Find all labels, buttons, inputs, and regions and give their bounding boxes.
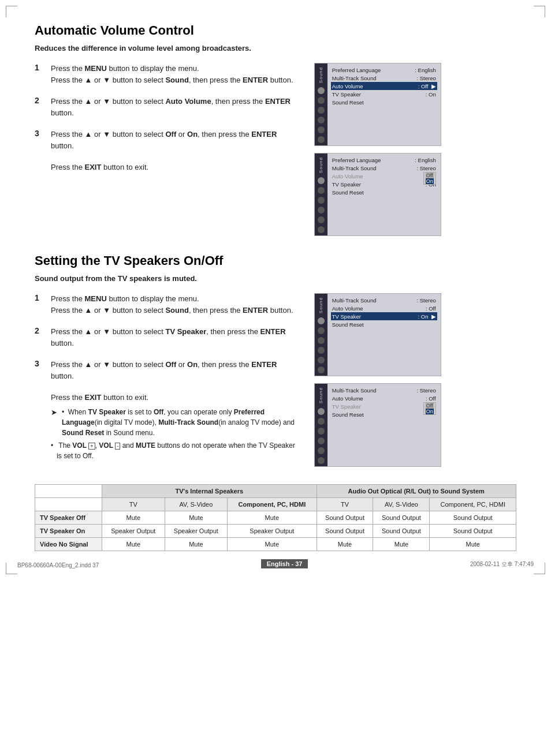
table-cell-ns-tv: Mute	[102, 537, 165, 551]
tv-sidebar-icon-3c	[318, 337, 325, 344]
tvsp-note-arrow: ➤ • When TV Speaker is set to Off, you c…	[51, 407, 300, 438]
tv-speaker-screens-col: Sound Multi-Track Sound: Stereo	[314, 293, 516, 466]
table-row-header-off: TV Speaker Off	[35, 511, 102, 524]
avc-title: Automatic Volume Control	[35, 23, 516, 38]
table-cell-on-av: Speaker Output	[165, 524, 228, 537]
tv-speaker-content-row: 1 Press the MENU button to display the m…	[35, 293, 516, 466]
tv-row-pref-lang: Preferred Language: English	[331, 66, 437, 74]
tv-speaker-steps-col: 1 Press the MENU button to display the m…	[35, 293, 300, 461]
tv-sidebar-icon-2c	[318, 197, 325, 204]
tv-sidebar-2: Sound	[315, 154, 327, 235]
tv-sidebar-icon-2f	[318, 226, 325, 233]
tv-sidebar-4: Sound	[315, 384, 327, 466]
avc-step1-num: 1	[35, 63, 44, 85]
table-sub-comp1: Component, PC, HDMI	[228, 497, 317, 511]
tv-sidebar-icon-2d	[318, 207, 325, 214]
table-cell-off-av2: Sound Output	[373, 511, 430, 524]
tv4-row-sound-reset: Sound Reset	[331, 410, 437, 418]
tv-sidebar-icon-1d	[318, 117, 325, 123]
avc-section: Automatic Volume Control Reduces the dif…	[35, 23, 516, 236]
page-badge: English - 37	[261, 559, 308, 568]
tv-sidebar-1: Sound	[315, 63, 327, 145]
tv-row-multi-track: Multi-Track Sound: Stereo	[331, 74, 437, 82]
table-sub-empty	[35, 497, 102, 511]
table-row-on: TV Speaker On Speaker Output Speaker Out…	[35, 524, 516, 537]
tv-speaker-subtitle: Sound output from the TV speakers is mut…	[35, 274, 516, 283]
tv-sidebar-icon-4b	[318, 418, 325, 425]
tv-sidebar-icon-1c	[318, 107, 325, 114]
tvsp-screen-2: Sound Multi-Track Sound: Stereo	[314, 383, 441, 466]
tv-sidebar-icon-1e	[318, 126, 325, 133]
tv-content-1: Preferred Language: English Multi-Track …	[327, 63, 441, 145]
corner-mark-tl	[6, 6, 17, 17]
bullet-symbol: •	[51, 440, 53, 461]
table-cell-off-comp2: Sound Output	[430, 511, 516, 524]
tv3-row-sound-reset: Sound Reset	[331, 320, 437, 328]
tv-sidebar-icon-4c	[318, 428, 325, 435]
table-cell-off-av: Mute	[165, 511, 228, 524]
avc-step1-text: Press the MENU button to display the men…	[51, 63, 293, 85]
tv-sidebar-label-4: Sound	[318, 386, 323, 405]
tvsp-note-arrow-text: • When TV Speaker is set to Off, you can…	[62, 407, 300, 438]
table-sub-tv1: TV	[102, 497, 165, 511]
table-sub-tv2: TV	[317, 497, 373, 511]
table-row-off: TV Speaker Off Mute Mute Mute Sound Outp…	[35, 511, 516, 524]
avc-content-row: 1 Press the MENU button to display the m…	[35, 63, 516, 236]
table-cell-off-comp: Mute	[228, 511, 317, 524]
table-row-nosignal: Video No Signal Mute Mute Mute Mute Mute…	[35, 537, 516, 551]
tvsp-bullet-text: The VOL +, VOL - and MUTE buttons do not…	[57, 440, 299, 461]
tv-row-auto-volume: Auto Volume: Off ▶	[331, 82, 437, 90]
table-cell-ns-av2: Mute	[373, 537, 430, 551]
tv-sidebar-icon-1b	[318, 97, 325, 104]
tv-speaker-section: Setting the TV Speakers On/Off Sound out…	[35, 253, 516, 466]
tv-sidebar-3: Sound	[315, 294, 327, 376]
table-audio-out-header: Audio Out Optical (R/L Out) to Sound Sys…	[317, 484, 516, 497]
avc-step2-num: 2	[35, 96, 44, 118]
table-cell-on-comp2: Sound Output	[430, 524, 516, 537]
corner-mark-tr	[534, 6, 545, 17]
tv-speaker-title: Setting the TV Speakers On/Off	[35, 253, 516, 268]
tvsp-step1-text: Press the MENU button to display the men…	[51, 293, 293, 316]
tv4-row-multi-track: Multi-Track Sound: Stereo	[331, 386, 437, 394]
tv-row-tv-speaker: TV Speaker: On	[331, 90, 437, 98]
avc-step-1: 1 Press the MENU button to display the m…	[35, 63, 300, 85]
tv-row-sound-reset: Sound Reset	[331, 98, 437, 106]
tvsp-step-1: 1 Press the MENU button to display the m…	[35, 293, 300, 316]
tvsp-step3-text: Press the ▲ or ▼ button to select Off or…	[51, 359, 300, 381]
avc-step3-text: Press the ▲ or ▼ button to select Off or…	[51, 129, 300, 151]
table-row-header-on: TV Speaker On	[35, 524, 102, 537]
tv4-row-tv-speaker: TV Speaker Off On	[331, 402, 437, 410]
speaker-table: TV's Internal Speakers Audio Out Optical…	[35, 484, 516, 551]
tvsp-step1-num: 1	[35, 293, 44, 316]
tv-sidebar-icon-2b	[318, 187, 325, 194]
avc-screen-2: Sound Preferred Language: English	[314, 153, 441, 236]
avc-screen-1: Sound Preferred Language: English	[314, 63, 441, 146]
tv3-row-multi-track: Multi-Track Sound: Stereo	[331, 296, 437, 304]
tvsp-step2-text: Press the ▲ or ▼ button to select TV Spe…	[51, 326, 300, 349]
tv-sidebar-label-2: Sound	[318, 156, 323, 174]
tvsp-screen-1: Sound Multi-Track Sound: Stereo	[314, 293, 441, 376]
avc-step3-note: Press the EXIT button to exit.	[51, 162, 300, 173]
table-cell-on-tv: Speaker Output	[102, 524, 165, 537]
avc-subtitle: Reduces the difference in volume level a…	[35, 44, 516, 53]
tv-sidebar-icon-1a	[318, 87, 325, 94]
tvsp-step3-note: Press the EXIT button to exit. ➤ • When …	[51, 392, 300, 461]
arrow-symbol: ➤	[51, 407, 57, 438]
table-cell-ns-comp2: Mute	[430, 537, 516, 551]
tvsp-step-2: 2 Press the ▲ or ▼ button to select TV S…	[35, 326, 300, 349]
tv4-row-auto-vol: Auto Volume: Off	[331, 394, 437, 402]
tv-sidebar-icon-4f	[318, 457, 325, 464]
table-sub-comp2: Component, PC, HDMI	[430, 497, 516, 511]
avc-steps-col: 1 Press the MENU button to display the m…	[35, 63, 300, 173]
tv2-row-multi-track: Multi-Track Sound: Stereo	[331, 164, 437, 172]
tv3-row-auto-vol: Auto Volume: Off	[331, 304, 437, 312]
table-cell-on-comp: Speaker Output	[228, 524, 317, 537]
tvsp-step3-num: 3	[35, 359, 44, 381]
footer-right: 2008-02-11 오후 7:47:49	[470, 560, 534, 568]
tv-content-3: Multi-Track Sound: Stereo Auto Volume: O…	[327, 294, 441, 376]
tv-sidebar-label-1: Sound	[318, 66, 323, 84]
tv-content-2: Preferred Language: English Multi-Track …	[327, 154, 441, 235]
table-cell-ns-av: Mute	[165, 537, 228, 551]
tv2-row-auto-volume: Auto Volume Off On	[331, 172, 437, 180]
tv-sidebar-icon-3f	[318, 366, 325, 373]
